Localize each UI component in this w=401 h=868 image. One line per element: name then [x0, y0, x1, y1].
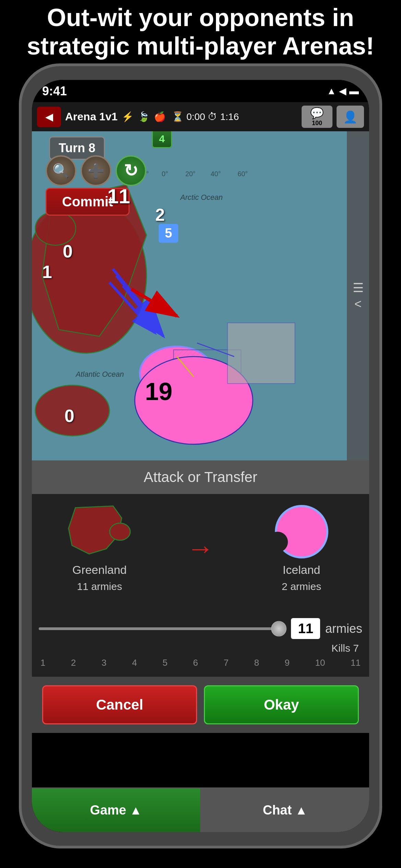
- slider-num-2: 2: [71, 658, 76, 668]
- svg-rect-7: [228, 323, 295, 384]
- timer-value1: 0:00: [186, 111, 205, 122]
- back-icon: ◀: [45, 111, 53, 123]
- left-territory-count: 1: [42, 262, 52, 282]
- slider-numbers: 1 2 3 4 5 6 7 8 9 10 11: [39, 658, 362, 668]
- chat-arrow-icon: ▲: [295, 803, 307, 818]
- slider-num-8: 8: [254, 658, 259, 668]
- game-arrow-icon: ▲: [130, 803, 142, 818]
- svg-text:Arctic Ocean: Arctic Ocean: [180, 193, 223, 202]
- turn-label: Turn 8: [59, 141, 95, 155]
- cancel-button[interactable]: Cancel: [42, 685, 197, 724]
- timer-section: ⏳ 0:00 ⏱ 1:16: [172, 111, 239, 122]
- armies-label: armies: [325, 622, 362, 636]
- slider-num-4: 4: [132, 658, 137, 668]
- list-icon: ☰: [353, 281, 364, 295]
- to-territory-armies: 2 armies: [282, 581, 321, 592]
- svg-line-9: [120, 279, 160, 330]
- collapse-arrow-icon[interactable]: <: [354, 297, 362, 311]
- svg-text:Atlantic Ocean: Atlantic Ocean: [75, 370, 124, 378]
- svg-text:60°: 60°: [238, 170, 248, 178]
- from-territory-armies: 11 armies: [77, 581, 122, 592]
- svg-point-27: [110, 523, 130, 540]
- commit-label: Commit: [62, 194, 113, 209]
- iceland-box-count[interactable]: 5: [159, 224, 178, 243]
- from-territory-name: Greenland: [72, 563, 127, 577]
- slider-fill: [39, 627, 286, 630]
- attack-dialog-content: Greenland 11 armies →: [32, 494, 369, 613]
- chat-bottom-button[interactable]: Chat ▲: [201, 788, 369, 832]
- chat-bubble-icon: 💬: [310, 107, 324, 120]
- bottom-territory-count: 0: [64, 406, 74, 426]
- kills-info: Kills 7: [331, 642, 359, 654]
- hourglass-icon: ⏳: [172, 111, 184, 122]
- cards-indicator[interactable]: 4: [152, 133, 172, 145]
- slider-num-5: 5: [162, 658, 167, 668]
- leaf-icon: 🍃: [138, 111, 150, 122]
- svg-line-15: [177, 357, 194, 377]
- svg-point-3: [35, 212, 76, 245]
- add-button[interactable]: ➕: [81, 155, 111, 186]
- clock-icon: ⏱: [208, 111, 217, 122]
- iceland-connection-count: 2: [155, 205, 165, 225]
- svg-line-14: [131, 289, 177, 316]
- svg-line-13: [109, 282, 155, 333]
- search-icon: 🔍: [52, 163, 70, 179]
- slider-value: 11: [291, 618, 320, 639]
- signal-icon: ◀: [339, 85, 347, 97]
- svg-line-12: [116, 276, 158, 326]
- svg-line-10: [113, 269, 157, 323]
- apple-icon: 🍎: [154, 111, 166, 122]
- svg-text:0°: 0°: [162, 170, 168, 178]
- add-icon: ➕: [87, 163, 105, 179]
- refresh-button[interactable]: ↻: [116, 155, 146, 186]
- arena-title: Arena 1v1: [65, 110, 118, 123]
- attack-arrow-icon: →: [187, 533, 214, 564]
- search-button[interactable]: 🔍: [46, 155, 76, 186]
- slider-num-10: 10: [315, 658, 325, 668]
- map-area[interactable]: -20° 0° 20° 40° 60° Arctic Ocean Atlanti…: [32, 131, 369, 460]
- slider-num-11: 11: [351, 658, 361, 668]
- status-icons: ▲ ◀ ▬: [327, 85, 359, 97]
- chat-count: 100: [312, 120, 322, 127]
- chat-header-button[interactable]: 💬 100: [302, 106, 332, 128]
- slider-thumb[interactable]: [271, 621, 287, 636]
- svg-text:20°: 20°: [185, 170, 196, 178]
- phone-screen: 9:41 ▲ ◀ ▬ ◀ Arena 1v1 ⚡ 🍃 🍎 ⏳ 0:00 ⏱ 1:…: [32, 80, 369, 832]
- attack-dialog-header: Attack or Transfer: [32, 460, 369, 494]
- slider-num-7: 7: [223, 658, 228, 668]
- action-buttons: Cancel Okay: [32, 677, 369, 733]
- status-bar: 9:41 ▲ ◀ ▬: [32, 80, 369, 102]
- game-button-label: Game: [90, 803, 126, 818]
- svg-text:40°: 40°: [211, 170, 221, 178]
- slider-num-3: 3: [101, 658, 106, 668]
- profile-icon: 👤: [343, 110, 357, 124]
- bottom-bar: Game ▲ Chat ▲: [32, 787, 369, 832]
- svg-point-29: [267, 532, 288, 552]
- from-territory-card: Greenland 11 armies: [65, 504, 134, 592]
- attack-dialog-title: Attack or Transfer: [40, 469, 361, 485]
- svg-rect-5: [173, 350, 241, 410]
- marketing-headline: Out-wit your opponents in strategic mult…: [7, 3, 394, 60]
- slider-section: 11 armies Kills 7 1 2 3 4 5 6 7 8 9 10: [32, 613, 369, 677]
- game-button[interactable]: Game ▲: [32, 788, 201, 832]
- okay-button[interactable]: Okay: [204, 685, 359, 724]
- lightning-icon: ⚡: [122, 111, 134, 122]
- iceland-shape: [267, 504, 336, 559]
- marketing-banner: Out-wit your opponents in strategic mult…: [0, 0, 401, 63]
- chat-bottom-label: Chat: [263, 803, 292, 818]
- status-time: 9:41: [42, 84, 67, 98]
- wifi-icon: ▲: [327, 86, 336, 97]
- to-territory-card: Iceland 2 armies: [267, 504, 336, 592]
- game-header: ◀ Arena 1v1 ⚡ 🍃 🍎 ⏳ 0:00 ⏱ 1:16 💬 100 👤: [32, 102, 369, 131]
- profile-button[interactable]: 👤: [337, 106, 364, 128]
- territories-row: Greenland 11 armies →: [39, 504, 362, 592]
- slider-num-6: 6: [193, 658, 198, 668]
- slider-num-9: 9: [285, 658, 290, 668]
- slider-track[interactable]: [39, 627, 286, 630]
- refresh-icon: ↻: [124, 161, 138, 181]
- phone-frame: 9:41 ▲ ◀ ▬ ◀ Arena 1v1 ⚡ 🍃 🍎 ⏳ 0:00 ⏱ 1:…: [19, 63, 382, 848]
- top-territory-count: 0: [63, 241, 73, 262]
- greenland-shape: [65, 504, 134, 559]
- right-sidebar[interactable]: ☰ <: [347, 131, 369, 460]
- back-button[interactable]: ◀: [37, 107, 61, 127]
